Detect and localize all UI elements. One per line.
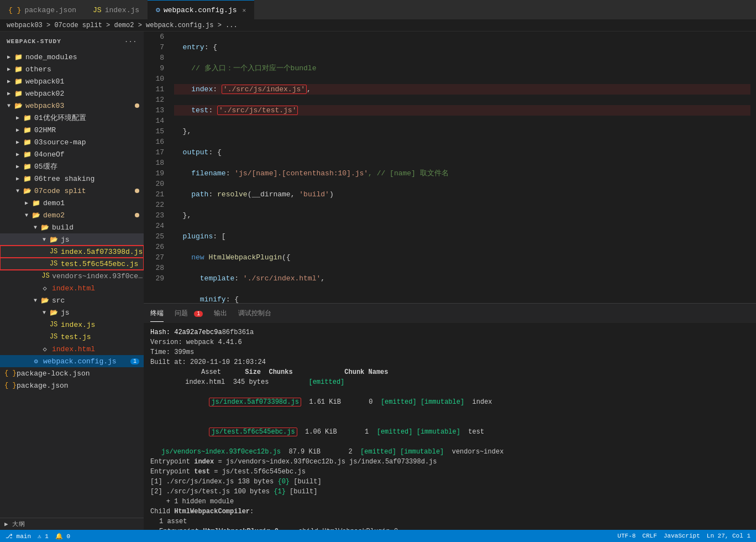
tabs-bar: { } package.json JS index.js ⚙ webpack.c… — [0, 0, 756, 19]
arrow-icon: ▼ — [4, 103, 13, 109]
error-count[interactable]: ⚠ 1 — [38, 533, 49, 540]
sidebar-item-02hmr[interactable]: ▶ 📁 02HMR — [0, 124, 144, 136]
sidebar-header: WEBPACK-STUDY ··· — [0, 32, 144, 51]
arrow-icon: ▶ — [13, 175, 22, 182]
encoding[interactable]: UTF-8 — [617, 533, 636, 539]
folder-icon: 📂 — [40, 223, 50, 232]
folder-icon: 📁 — [22, 114, 32, 122]
sidebar-item-05cache[interactable]: ▶ 📁 05缓存 — [0, 160, 144, 173]
sidebar-item-others[interactable]: ▶ 📁 others — [0, 63, 144, 75]
arrow-icon: ▶ — [13, 114, 22, 121]
sidebar-item-test-5f6c[interactable]: JS test.5f6c545ebc.js — [0, 258, 144, 270]
modified-dot — [135, 103, 139, 108]
sidebar-item-src[interactable]: ▼ 📂 src — [0, 294, 144, 306]
json-icon: { } — [8, 6, 21, 14]
folder-icon: 📁 — [13, 65, 23, 74]
folder-icon: 📁 — [31, 199, 41, 207]
sidebar-item-test-js-src[interactable]: JS test.js — [0, 331, 144, 343]
tab-package-json[interactable]: { } package.json — [0, 0, 85, 19]
editor-area: 6 7 8 9 10 11 12 13 14 15 16 17 18 19 20… — [144, 32, 756, 530]
panel-tabs: 终端 问题 1 输出 调试控制台 — [144, 304, 756, 323]
folder-icon: 📂 — [22, 187, 32, 195]
arrow-icon: ▶ — [4, 66, 13, 72]
sidebar-item-webpack01[interactable]: ▶ 📁 webpack01 — [0, 75, 144, 87]
notification-count[interactable]: 🔔 0 — [55, 533, 70, 540]
terminal-line: Child HtmlWebpackCompiler: — [150, 507, 749, 517]
folder-icon: 📂 — [49, 309, 59, 317]
sidebar-item-index-5af[interactable]: JS index.5af073398d.js — [0, 246, 144, 258]
line-numbers: 6 7 8 9 10 11 12 13 14 15 16 17 18 19 20… — [144, 32, 169, 303]
folder-icon: 📁 — [22, 126, 32, 134]
panel-tab-terminal[interactable]: 终端 — [150, 305, 164, 322]
line-ending[interactable]: CRLF — [642, 533, 657, 539]
panel-tab-problems[interactable]: 问题 1 — [175, 305, 203, 321]
terminal-line: Hash: 42a92a7ebc9a86fb361a — [150, 327, 749, 337]
sidebar-item-build[interactable]: ▼ 📂 build — [0, 221, 144, 233]
terminal-line: Asset Size Chunks Chunk Names — [150, 367, 749, 377]
panel-tab-debug-console[interactable]: 调试控制台 — [238, 305, 271, 321]
sidebar-item-webpack-config-file[interactable]: ⚙ webpack.config.js 1 — [0, 355, 144, 367]
folder-icon: 📂 — [13, 102, 23, 110]
arrow-icon: ▼ — [40, 310, 49, 316]
terminal-line: index.html 345 bytes [emitted] — [150, 377, 749, 387]
folder-icon: 📁 — [13, 90, 23, 98]
terminal-line: js/index.5af073398d.js 1.61 KiB 0 [emitt… — [150, 387, 749, 417]
arrow-icon: ▶ — [4, 78, 13, 85]
html-file-icon: ◇ — [40, 284, 50, 293]
sidebar-item-vendors-index[interactable]: JS vendors~index.93f0cec1... — [0, 270, 144, 282]
sidebar-item-01optimize[interactable]: ▶ 📁 01优化环境配置 — [0, 112, 144, 124]
sidebar-item-index-html-build[interactable]: ◇ index.html — [0, 282, 144, 294]
arrow-icon: ▼ — [22, 212, 31, 218]
arrow-icon: ▶ — [4, 90, 13, 97]
folder-icon: 📂 — [49, 236, 59, 244]
sidebar-item-06tree-shaking[interactable]: ▶ 📁 06tree shaking — [0, 173, 144, 185]
sidebar-item-04oneof[interactable]: ▶ 📁 04oneOf — [0, 148, 144, 160]
sidebar-item-index-html-src[interactable]: ◇ index.html — [0, 343, 144, 355]
sidebar-item-03source-map[interactable]: ▶ 📁 03source-map — [0, 136, 144, 148]
sidebar-item-node_modules[interactable]: ▶ 📁 node_modules — [0, 51, 144, 63]
terminal-line: Entrypoint test = js/test.5f6c545ebc.js — [150, 467, 749, 477]
more-icon[interactable]: ··· — [124, 38, 137, 45]
js-file-icon: JS — [49, 321, 59, 329]
sidebar-item-js-folder[interactable]: ▼ 📂 js — [0, 233, 144, 246]
sidebar-title: WEBPACK-STUDY — [7, 38, 61, 45]
sidebar-item-package-lock[interactable]: { } package-lock.json — [0, 367, 144, 379]
sidebar-item-demo1[interactable]: ▶ 📁 demo1 — [0, 197, 144, 209]
sidebar-item-index-js-src[interactable]: JS index.js — [0, 319, 144, 331]
terminal-line: Entrypoint index = js/vendors~index.93f0… — [150, 457, 749, 467]
sidebar-item-demo2[interactable]: ▼ 📂 demo2 — [0, 209, 144, 221]
folder-icon: 📁 — [22, 150, 32, 159]
json-file-icon: { } — [4, 382, 14, 389]
arrow-icon: ▼ — [40, 237, 49, 243]
arrow-icon: ▼ — [31, 298, 40, 304]
folder-icon: 📂 — [40, 296, 50, 305]
cursor-position[interactable]: Ln 27, Col 1 — [707, 533, 750, 539]
arrow-icon: ▶ — [22, 200, 31, 206]
close-icon[interactable]: ✕ — [243, 7, 246, 14]
bottom-panel: 终端 问题 1 输出 调试控制台 Hash: 42a92a7ebc9a86fb3… — [144, 303, 756, 530]
panel-tab-output[interactable]: 输出 — [214, 305, 227, 321]
code-editor[interactable]: 6 7 8 9 10 11 12 13 14 15 16 17 18 19 20… — [144, 32, 756, 303]
sidebar-item-js-src[interactable]: ▼ 📂 js — [0, 306, 144, 319]
modified-dot — [135, 213, 139, 217]
badge: 1 — [130, 358, 139, 364]
folder-icon: 📁 — [22, 138, 32, 147]
js-file-icon: JS — [49, 333, 59, 341]
terminal-content[interactable]: Hash: 42a92a7ebc9a86fb361a Version: webp… — [144, 323, 756, 530]
tab-label: webpack.config.js — [164, 6, 237, 14]
sidebar-item-package-json-file[interactable]: { } package.json — [0, 379, 144, 392]
sidebar-tree[interactable]: ▶ 📁 node_modules ▶ 📁 others ▶ 📁 webpack0… — [0, 51, 144, 518]
tab-index-js[interactable]: JS index.js — [85, 0, 148, 19]
arrow-icon: ▶ — [13, 127, 22, 133]
tab-webpack-config[interactable]: ⚙ webpack.config.js ✕ — [148, 0, 254, 19]
folder-icon: 📁 — [13, 53, 23, 61]
arrow-icon: ▶ — [13, 163, 22, 170]
terminal-line: Time: 399ms — [150, 347, 749, 357]
language-mode[interactable]: JavaScript — [664, 533, 700, 539]
sidebar-item-webpack02[interactable]: ▶ 📁 webpack02 — [0, 87, 144, 100]
terminal-line: 1 asset — [150, 517, 749, 527]
sidebar-item-webpack03[interactable]: ▼ 📂 webpack03 — [0, 100, 144, 112]
sidebar-item-07code-split[interactable]: ▼ 📂 07code split — [0, 185, 144, 197]
terminal-line: [1] ./src/js/index.js 138 bytes {0} [bui… — [150, 477, 749, 487]
branch-indicator[interactable]: ⎇ main — [6, 533, 31, 540]
